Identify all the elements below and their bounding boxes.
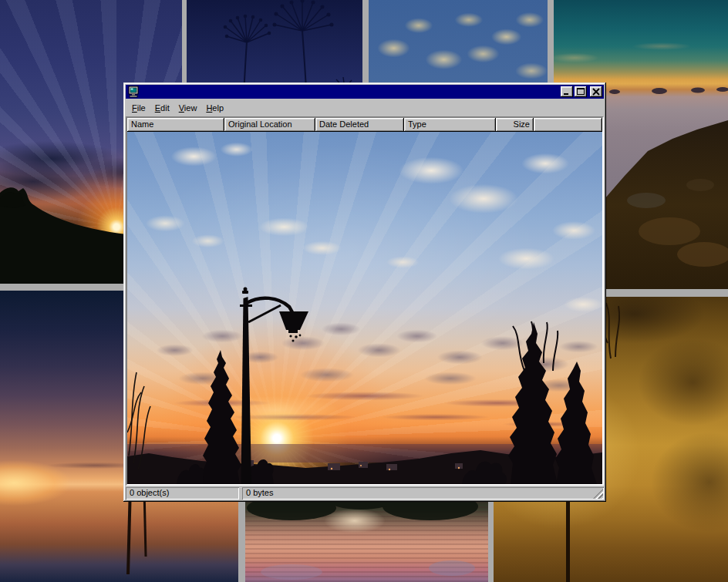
- column-header-date-deleted[interactable]: Date Deleted: [315, 118, 404, 132]
- column-header-size[interactable]: Size: [496, 118, 534, 132]
- computer-monitor-icon: [127, 86, 140, 98]
- photo-silhouettes: [127, 132, 602, 484]
- status-size-panel: 0 bytes: [242, 487, 604, 500]
- recycle-bin-window: File Edit View Help Name Original Locati…: [123, 82, 606, 502]
- column-header-blank[interactable]: [534, 118, 602, 132]
- maximize-icon: [575, 86, 587, 97]
- status-size-text: 0 bytes: [246, 488, 273, 497]
- column-header-name[interactable]: Name: [127, 118, 224, 132]
- sunset-streetlamp-photo: [127, 132, 602, 484]
- maximize-button[interactable]: [575, 86, 587, 97]
- file-list-view: Name Original Location Date Deleted Type…: [126, 116, 604, 486]
- column-header-row: Name Original Location Date Deleted Type…: [127, 118, 602, 132]
- menu-help[interactable]: Help: [201, 102, 228, 114]
- window-titlebar[interactable]: [126, 85, 604, 99]
- menu-file[interactable]: File: [127, 102, 150, 114]
- menu-bar: File Edit View Help: [126, 99, 604, 116]
- left-cypress-silhouette: [201, 350, 241, 484]
- menu-edit[interactable]: Edit: [150, 102, 174, 114]
- minimize-button[interactable]: [561, 86, 573, 97]
- resize-grip[interactable]: [593, 489, 603, 499]
- column-header-original-location[interactable]: Original Location: [224, 118, 315, 132]
- status-bar: 0 object(s) 0 bytes: [126, 487, 604, 500]
- column-header-type[interactable]: Type: [404, 118, 496, 132]
- minimize-icon: [561, 86, 573, 97]
- close-button[interactable]: [590, 86, 602, 97]
- status-object-count: 0 object(s): [126, 487, 239, 500]
- close-icon: [590, 86, 602, 97]
- menu-view[interactable]: View: [174, 102, 202, 114]
